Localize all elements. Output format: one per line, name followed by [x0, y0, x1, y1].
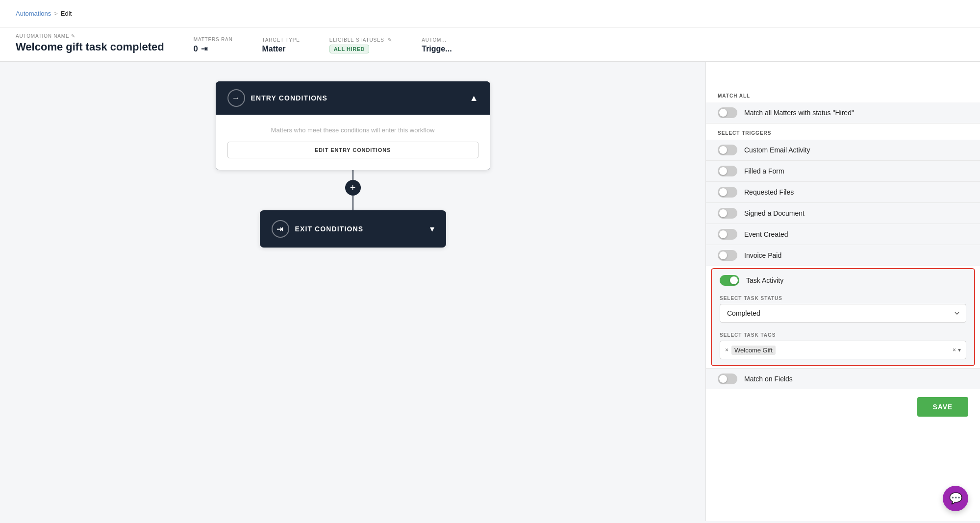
- collapse-entry-button[interactable]: ▲: [470, 93, 478, 103]
- entry-icon: →: [227, 89, 245, 107]
- connector-line-top: [352, 170, 353, 180]
- invoice-paid-label: Invoice Paid: [744, 251, 781, 259]
- match-all-toggle-label: Match all Matters with status "Hired": [744, 109, 854, 117]
- automation-name-section: AUTOMATION NAME ✎ Welcome gift task comp…: [16, 33, 164, 53]
- filled-form-toggle[interactable]: [718, 166, 737, 176]
- trigger-row-invoice-paid: Invoice Paid: [706, 245, 980, 266]
- chat-bubble-button[interactable]: 💬: [943, 486, 968, 511]
- match-on-fields-row: Match on Fields: [706, 368, 980, 389]
- signed-document-toggle[interactable]: [718, 208, 737, 219]
- requested-files-toggle[interactable]: [718, 187, 737, 198]
- automation-title: Welcome gift task completed: [16, 41, 164, 53]
- task-status-select[interactable]: Completed In Progress Not Started: [720, 304, 966, 323]
- edit-entry-conditions-button[interactable]: EDIT ENTRY CONDITIONS: [227, 142, 478, 158]
- task-activity-row: Task Activity: [712, 269, 974, 292]
- match-all-toggle[interactable]: [718, 107, 737, 118]
- collapse-exit-button[interactable]: ▾: [430, 224, 434, 234]
- task-activity-label: Task Activity: [746, 276, 783, 284]
- custom-email-toggle[interactable]: [718, 145, 737, 155]
- target-type: TARGET TYPE Matter: [262, 37, 300, 53]
- entry-hint: Matters who meet these conditions will e…: [227, 126, 478, 134]
- eligible-statuses-edit-icon[interactable]: ✎: [388, 37, 392, 43]
- trigger-row-event-created: Event Created: [706, 224, 980, 245]
- breadcrumb-current: Edit: [61, 10, 72, 17]
- chat-icon: 💬: [949, 492, 962, 505]
- task-activity-section: Task Activity SELECT TASK STATUS Complet…: [711, 268, 975, 366]
- invoice-paid-toggle[interactable]: [718, 250, 737, 261]
- entry-card-title: → ENTRY CONDITIONS: [227, 89, 327, 107]
- main-layout: → ENTRY CONDITIONS ▲ Matters who meet th…: [0, 62, 980, 521]
- entry-card-header: → ENTRY CONDITIONS ▲: [216, 81, 490, 115]
- task-tags-label: SELECT TASK TAGS: [720, 332, 966, 338]
- trigger-row-filled-form: Filled a Form: [706, 161, 980, 182]
- match-all-row: Match all Matters with status "Hired": [706, 102, 980, 124]
- match-on-fields-label: Match on Fields: [744, 375, 793, 383]
- all-hired-badge: ALL HIRED: [329, 45, 369, 53]
- exit-card-title: ⇥ EXIT CONDITIONS: [272, 220, 364, 238]
- edit-icon[interactable]: ✎: [71, 33, 75, 39]
- task-activity-toggle[interactable]: [720, 275, 739, 286]
- right-panel-top: [706, 62, 980, 86]
- target-type-value: Matter: [262, 45, 300, 53]
- trigger-row-requested-files: Requested Files: [706, 182, 980, 203]
- event-created-toggle[interactable]: [718, 229, 737, 240]
- canvas-area: → ENTRY CONDITIONS ▲ Matters who meet th…: [0, 62, 705, 521]
- tag-field-arrows: × ▾: [953, 347, 961, 353]
- top-header: Automations > Edit: [0, 0, 980, 27]
- add-step-button[interactable]: +: [345, 180, 361, 196]
- sub-header: AUTOMATION NAME ✎ Welcome gift task comp…: [0, 27, 980, 62]
- entry-card-body: Matters who meet these conditions will e…: [216, 115, 490, 170]
- breadcrumb-automations[interactable]: Automations: [16, 10, 51, 17]
- task-tags-field[interactable]: × Welcome Gift × ▾: [720, 341, 966, 359]
- requested-files-label: Requested Files: [744, 188, 794, 196]
- exit-conditions-card: ⇥ EXIT CONDITIONS ▾: [260, 210, 446, 248]
- filled-form-label: Filled a Form: [744, 167, 784, 175]
- matters-ran: MATTERS RAN 0 ⇥: [194, 37, 233, 53]
- tag-x-prefix: ×: [725, 347, 729, 353]
- trigger-row-signed-document: Signed a Document: [706, 203, 980, 224]
- breadcrumb-separator: >: [54, 10, 58, 17]
- breadcrumb: Automations > Edit: [16, 10, 72, 17]
- select-triggers-label: SELECT TRIGGERS: [706, 124, 980, 140]
- eligible-statuses: ELIGIBLE STATUSES ✎ ALL HIRED: [329, 37, 393, 53]
- save-btn-container: SAVE: [706, 389, 980, 424]
- right-panel-content: MATCH ALL Match all Matters with status …: [706, 62, 980, 464]
- entry-conditions-card: → ENTRY CONDITIONS ▲ Matters who meet th…: [216, 81, 490, 170]
- task-status-section: SELECT TASK STATUS Completed In Progress…: [712, 292, 974, 328]
- task-status-label: SELECT TASK STATUS: [720, 296, 966, 301]
- welcome-gift-tag: Welcome Gift: [731, 346, 776, 355]
- step-connector: +: [345, 170, 361, 210]
- tag-clear-icon[interactable]: ×: [953, 347, 956, 353]
- signed-document-label: Signed a Document: [744, 209, 804, 217]
- automation-meta: AUTOM... Trigge...: [422, 37, 452, 53]
- trigger-row-custom-email: Custom Email Activity: [706, 140, 980, 161]
- exit-icon: ⇥: [272, 220, 289, 238]
- save-button[interactable]: SAVE: [917, 397, 968, 417]
- connector-line-bottom: [352, 196, 353, 210]
- right-panel: MATCH ALL Match all Matters with status …: [705, 62, 980, 521]
- event-created-label: Event Created: [744, 230, 788, 238]
- task-tags-section: SELECT TASK TAGS × Welcome Gift × ▾: [712, 328, 974, 365]
- matters-ran-value: 0: [194, 45, 198, 53]
- match-all-label: MATCH ALL: [706, 86, 980, 102]
- custom-email-label: Custom Email Activity: [744, 146, 810, 154]
- tag-dropdown-icon[interactable]: ▾: [958, 347, 961, 353]
- match-on-fields-toggle[interactable]: [718, 374, 737, 384]
- matters-ran-icon: ⇥: [201, 44, 207, 53]
- automation-name-label: AUTOMATION NAME ✎: [16, 33, 164, 39]
